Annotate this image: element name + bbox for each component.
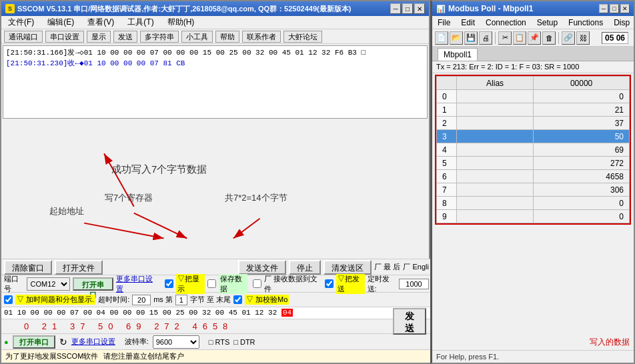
log-area: [21:50:31.166]发→◇01 10 00 00 00 07 00 00… (3, 45, 428, 119)
table-row: 00 (437, 90, 630, 103)
modbus-menu-disp[interactable]: Disp (611, 17, 632, 28)
menu-help[interactable]: 帮助(H) (163, 15, 199, 29)
app-icon: S (5, 4, 15, 13)
modbus-tb-cut[interactable]: ✂ (498, 31, 512, 45)
row-value: 272 (534, 157, 630, 170)
modbus-tb-copy[interactable]: 📋 (513, 31, 526, 45)
notice-text-2: 请您注册嘉立创结尾客户 (103, 351, 184, 361)
close-button[interactable]: ✕ (414, 3, 425, 14)
table-row: 121 (437, 103, 630, 117)
modbus-menu-file[interactable]: File (435, 17, 453, 28)
tb-serial-settings[interactable]: 串口设置 (45, 31, 84, 43)
open-file-button[interactable]: 打开文件 (55, 260, 103, 275)
modbus-tb-connect[interactable]: 🔗 (562, 31, 575, 45)
table-row: 64658 (437, 170, 630, 183)
timer-send-label: 定时发送: (368, 274, 396, 294)
tb-display[interactable]: 显示 (87, 31, 111, 43)
modbus-status-line: Tx = 213: Err = 2: ID = 1: F = 03: SR = … (432, 61, 634, 73)
modbus-menu-setup[interactable]: Setup (534, 17, 560, 28)
open-port-button[interactable]: 打开串口 (73, 277, 113, 291)
tb-forum[interactable]: 大虾论坛 (283, 31, 322, 43)
menu-edit[interactable]: 编辑(E) (43, 15, 78, 29)
highlighted-byte: 04 (281, 309, 293, 317)
modbus-help-status: For Help, press F1. (432, 350, 634, 363)
main-menu-bar: 文件(F) 编辑(E) 查看(V) 工具(T) 帮助(H) (1, 16, 429, 29)
modbus-tb-print[interactable]: 🖨 (479, 31, 492, 45)
baud-label: 波特率: (125, 337, 149, 347)
modbus-menu-functions[interactable]: Functions (566, 17, 606, 28)
table-row: 5272 (437, 157, 630, 170)
row-alias (457, 103, 534, 117)
maximize-button[interactable]: □ (402, 3, 413, 14)
stop-button[interactable]: 停止 (289, 260, 321, 275)
hex-send-checkbox[interactable] (325, 279, 334, 288)
table-row: 350 (437, 130, 630, 143)
menu-tools[interactable]: 工具(T) (123, 15, 157, 29)
row-value: 37 (534, 117, 630, 130)
timer-value-input[interactable] (399, 279, 429, 289)
open-serial-button[interactable]: 打开串口 (13, 335, 55, 349)
row-index: 1 (437, 103, 457, 117)
engli-label: 厂 Engli (403, 262, 429, 272)
add-time-checkbox[interactable] (4, 295, 13, 304)
tb-contact[interactable]: 联系作者 (242, 31, 281, 43)
minimize-button[interactable]: ─ (390, 3, 401, 14)
baud-select[interactable]: 9600 (153, 335, 199, 349)
row-alias (457, 90, 534, 103)
bottom-notice: 为了更好地发展SSCOM软件 请您注册嘉立创结尾客户 (1, 349, 432, 363)
row-index: 3 (437, 130, 457, 143)
modbus-help-text: For Help, press F1. (436, 353, 499, 361)
tb-comm-port[interactable]: 通讯端口 (4, 31, 43, 43)
modbus-menu-connection[interactable]: Connection (483, 17, 529, 28)
modbus-tb-new[interactable]: 📄 (435, 31, 448, 45)
receive-file-checkbox[interactable] (253, 279, 261, 288)
modbus-close[interactable]: ✕ (620, 4, 630, 13)
modbus-tb-delete[interactable]: 🗑 (542, 31, 556, 45)
modbus-window-icon: 📊 (436, 5, 446, 13)
send-button[interactable]: 发 送 (393, 308, 426, 335)
checksum-checkbox[interactable] (233, 295, 242, 304)
col-index-header (437, 77, 457, 90)
menu-file[interactable]: 文件(F) (4, 15, 38, 29)
tb-multi-string[interactable]: 多字符串 (140, 31, 179, 43)
rts-label: □ RTS (209, 338, 230, 346)
page-num-input[interactable] (175, 295, 187, 305)
tb-help[interactable]: 帮助 (215, 31, 239, 43)
port-select[interactable]: COM12 (27, 277, 70, 291)
log-line-1: [21:50:31.166]发→◇01 10 00 00 00 07 00 00… (6, 47, 424, 58)
hex-display-checkbox[interactable] (165, 279, 173, 288)
modbus-title-bar: 📊 Modbus Poll - Mbpoll1 ─ □ ✕ (432, 1, 634, 16)
modbus-tab-1[interactable]: Mbpoll1 (438, 48, 478, 61)
row-value: 50 (534, 130, 630, 143)
row-value: 21 (534, 103, 630, 117)
modbus-menu-bar: File Edit Connection Setup Functions Dis… (432, 16, 634, 29)
modbus-menu-edit[interactable]: Edit (458, 17, 478, 28)
timeout-input[interactable] (132, 295, 151, 305)
clear-window-button[interactable]: 清除窗口 (4, 260, 52, 275)
more-settings-link[interactable]: 更多串口设置 (116, 274, 157, 294)
log-line-2: [21:50:31.230]收←◆01 10 00 00 00 07 81 CB (6, 58, 424, 69)
more-settings-label[interactable]: 更多串口设置 (71, 337, 115, 347)
modbus-window: 📊 Modbus Poll - Mbpoll1 ─ □ ✕ File Edit … (430, 0, 635, 364)
annotation-main-text: 成功写入7个字节数据 (111, 163, 207, 176)
table-row: 90 (437, 210, 630, 223)
modbus-tb-disconnect[interactable]: ⛓ (576, 31, 590, 45)
modbus-maximize[interactable]: □ (610, 4, 619, 13)
col-value-header: 00000 (534, 77, 630, 90)
bottom-section: 清除窗口 打开文件 发送文件 停止 清发送区 厂 最 后 厂 Engli 端口号… (1, 259, 432, 363)
row-value: 306 (534, 183, 630, 197)
modbus-tb-save[interactable]: 💾 (464, 31, 478, 45)
port-label: 端口号 (4, 274, 24, 294)
modbus-minimize[interactable]: ─ (599, 4, 608, 13)
menu-view[interactable]: 查看(V) (83, 15, 118, 29)
tb-send[interactable]: 发送 (113, 31, 137, 43)
annotation-14bytes: 共7*2=14个字节 (225, 192, 287, 204)
modbus-tb-open[interactable]: 📂 (450, 31, 463, 45)
row-index: 4 (437, 143, 457, 157)
send-file-button[interactable]: 发送文件 (238, 260, 286, 275)
modbus-tb-paste[interactable]: 📌 (528, 31, 541, 45)
save-data-checkbox[interactable] (207, 279, 216, 288)
tb-tools[interactable]: 小工具 (181, 31, 213, 43)
hex-display-label: ▽把显示 (176, 274, 205, 294)
clear-send-area-button[interactable]: 清发送区 (324, 260, 372, 275)
